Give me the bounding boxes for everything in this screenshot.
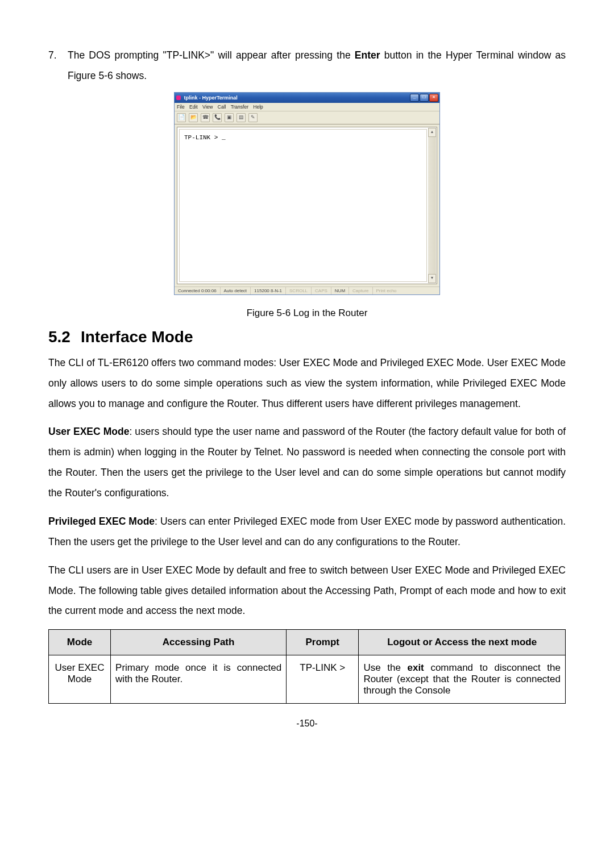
table-row: User EXEC Mode Primary mode once it is c… bbox=[49, 655, 566, 704]
props-icon[interactable]: ✎ bbox=[248, 113, 258, 122]
exit-keyword: exit bbox=[407, 662, 424, 673]
cell-logout: Use the exit command to disconnect the R… bbox=[359, 655, 566, 704]
cell-mode: User EXEC Mode bbox=[49, 655, 111, 704]
menu-file[interactable]: File bbox=[177, 104, 185, 110]
step-number: 7. bbox=[48, 45, 68, 86]
disc-icon[interactable]: ▣ bbox=[225, 113, 234, 122]
p2-lead: User EXEC Mode bbox=[48, 426, 129, 437]
status-scroll: SCROLL bbox=[286, 287, 312, 294]
th-mode: Mode bbox=[49, 630, 111, 655]
figure-5-6: tplink - HyperTerminal _ □ × File Edit V… bbox=[48, 92, 566, 319]
call-icon[interactable]: 📞 bbox=[213, 113, 222, 122]
cell-path: Primary mode once it is connected with t… bbox=[111, 655, 287, 704]
section-title: Interface Mode bbox=[81, 328, 193, 346]
menu-call[interactable]: Call bbox=[218, 104, 226, 110]
th-path: Accessing Path bbox=[111, 630, 287, 655]
ht-scrollbar[interactable]: ▲ ▼ bbox=[428, 128, 436, 283]
menu-view[interactable]: View bbox=[202, 104, 213, 110]
section-number: 5.2 bbox=[48, 328, 70, 346]
menu-edit[interactable]: Edit bbox=[189, 104, 198, 110]
hyperterminal-window: tplink - HyperTerminal _ □ × File Edit V… bbox=[174, 92, 440, 295]
ht-toolbar: 📄 📂 ☎ 📞 ▣ ▤ ✎ bbox=[175, 111, 439, 124]
step-text: The DOS prompting "TP-LINK>" will appear… bbox=[68, 45, 566, 86]
th-logout: Logout or Access the next mode bbox=[359, 630, 566, 655]
window-buttons: _ □ × bbox=[410, 94, 438, 102]
ht-terminal-content[interactable]: TP-LINK > _ bbox=[179, 129, 427, 282]
maximize-button[interactable]: □ bbox=[420, 94, 429, 102]
scroll-down-icon[interactable]: ▼ bbox=[428, 274, 436, 283]
th-prompt: Prompt bbox=[287, 630, 359, 655]
status-connected: Connected 0:00:06 bbox=[175, 287, 221, 294]
step-text-a: The DOS prompting "TP-LINK>" will appear… bbox=[68, 49, 355, 61]
enter-keyword: Enter bbox=[355, 49, 380, 61]
ht-app-icon bbox=[176, 95, 181, 100]
table-header-row: Mode Accessing Path Prompt Logout or Acc… bbox=[49, 630, 566, 655]
cell-prompt: TP-LINK > bbox=[287, 655, 359, 704]
figure-caption: Figure 5-6 Log in the Router bbox=[48, 308, 566, 319]
cell-logout-a: Use the bbox=[363, 662, 407, 673]
phone-icon[interactable]: ☎ bbox=[201, 113, 210, 122]
paragraph-4: The CLI users are in User EXEC Mode by d… bbox=[48, 560, 566, 622]
ht-title-text: tplink - HyperTerminal bbox=[184, 95, 238, 101]
send-icon[interactable]: ▤ bbox=[237, 113, 246, 122]
status-detect: Auto detect bbox=[221, 287, 251, 294]
ht-term-outer: TP-LINK > _ ▲ ▼ bbox=[175, 124, 439, 286]
modes-table: Mode Accessing Path Prompt Logout or Acc… bbox=[48, 629, 566, 704]
open-icon[interactable]: 📂 bbox=[189, 113, 198, 122]
new-icon[interactable]: 📄 bbox=[177, 113, 186, 122]
ht-titlebar: tplink - HyperTerminal _ □ × bbox=[175, 93, 439, 103]
paragraph-3: Privileged EXEC Mode: Users can enter Pr… bbox=[48, 512, 566, 553]
ht-terminal: TP-LINK > _ ▲ ▼ bbox=[177, 127, 437, 284]
ht-statusbar: Connected 0:00:06 Auto detect 115200 8-N… bbox=[175, 286, 439, 294]
page-number: -150- bbox=[48, 719, 566, 729]
status-num: NUM bbox=[331, 287, 349, 294]
section-heading: 5.2Interface Mode bbox=[48, 328, 566, 346]
close-button[interactable]: × bbox=[429, 94, 438, 102]
menu-transfer[interactable]: Transfer bbox=[231, 104, 248, 110]
menu-help[interactable]: Help bbox=[253, 104, 263, 110]
scroll-up-icon[interactable]: ▲ bbox=[428, 128, 436, 137]
p3-lead: Privileged EXEC Mode bbox=[48, 516, 155, 527]
status-caps: CAPS bbox=[312, 287, 331, 294]
status-capture: Capture bbox=[349, 287, 372, 294]
ht-title: tplink - HyperTerminal bbox=[176, 95, 238, 101]
minimize-button[interactable]: _ bbox=[410, 94, 419, 102]
paragraph-1: The CLI of TL-ER6120 offers two command … bbox=[48, 353, 566, 414]
ht-menubar: File Edit View Call Transfer Help bbox=[175, 103, 439, 111]
step-7: 7. The DOS prompting "TP-LINK>" will app… bbox=[48, 45, 566, 86]
terminal-prompt: TP-LINK > _ bbox=[184, 134, 226, 141]
status-printecho: Print echo bbox=[373, 287, 400, 294]
status-baud: 115200 8-N-1 bbox=[251, 287, 286, 294]
paragraph-2: User EXEC Mode: users should type the us… bbox=[48, 422, 566, 504]
